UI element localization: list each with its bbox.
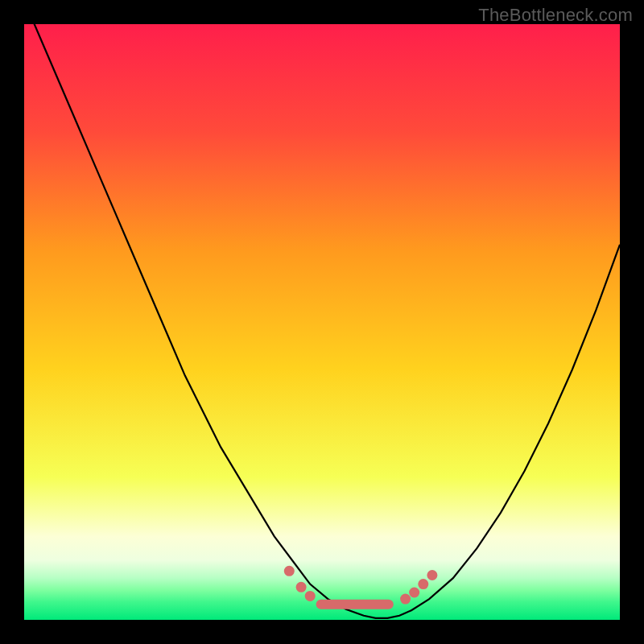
plot-area — [24, 24, 620, 620]
attribution-text: TheBottleneck.com — [478, 5, 633, 26]
curve-marker-dot — [409, 588, 419, 598]
curve-marker-dot — [427, 570, 437, 580]
flat-bar — [316, 600, 394, 609]
bottleneck-curve — [24, 24, 620, 618]
curve-marker-dot — [296, 582, 307, 592]
curve-marker-dot — [418, 579, 428, 589]
curve-marker-dot — [284, 566, 295, 576]
chart-svg — [24, 24, 620, 620]
chart-frame: TheBottleneck.com — [0, 0, 644, 644]
curve-markers — [284, 566, 438, 605]
curve-marker-dot — [400, 594, 411, 605]
curve-marker-dot — [305, 591, 316, 601]
flat-bottom-segment — [316, 600, 394, 609]
